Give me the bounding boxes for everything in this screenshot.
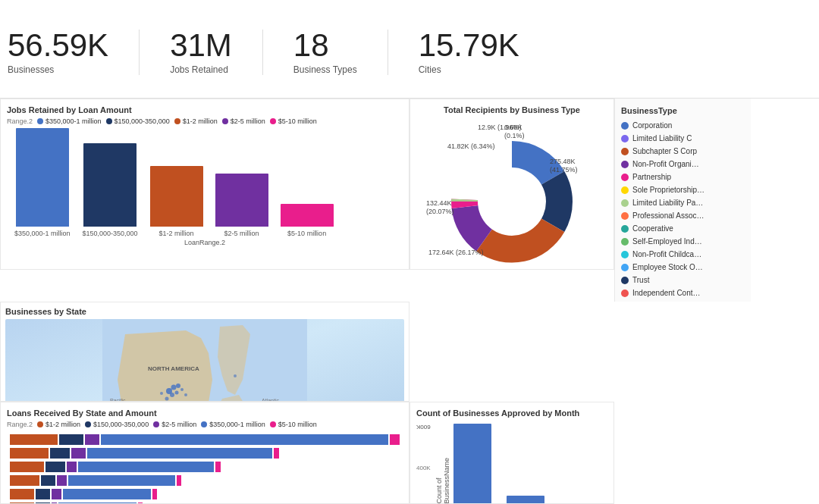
legend-circle-4 xyxy=(621,174,629,181)
legend-circle-8 xyxy=(621,225,629,233)
loans-legend-color-3 xyxy=(201,421,207,427)
donut-label-0b: (41.75%) xyxy=(550,166,578,174)
legend-entry-13[interactable]: Independent Cont… xyxy=(621,289,745,297)
legend-title: BusinessType xyxy=(621,106,745,115)
donut-label-0: 275.48K xyxy=(550,158,576,165)
y-axis-label-text: Count of BusinessName xyxy=(435,436,450,504)
loans-legend-label-3: $350,000-1 million xyxy=(209,421,265,428)
loans-state-legend: Range.2 $1-2 million $150,000-350,000 $2… xyxy=(7,421,403,428)
loans-legend-label-2: $2-5 million xyxy=(162,421,196,428)
map-dot-2[interactable] xyxy=(176,383,180,388)
kpi-cities-value: 15.79K xyxy=(419,30,519,61)
legend-text-2: Subchapter S Corp xyxy=(632,147,697,155)
legend-entry-3[interactable]: Non-Profit Organi… xyxy=(621,160,745,168)
april-bar xyxy=(453,424,491,505)
top-section: Jobs Retained by Loan Amount Range.2 $35… xyxy=(0,99,819,302)
legend-entry-1[interactable]: Limited Liability C xyxy=(621,134,745,142)
legend-entry-8[interactable]: Cooperative xyxy=(621,224,745,233)
donut-svg: 275.48K (41.75%) 172.64K (26.17%) 132.44… xyxy=(425,122,599,270)
hbar-segment-4-1 xyxy=(36,489,50,499)
month-chart-title: Count of Businesses Approved by Month xyxy=(416,409,607,418)
bar-label-1: $150,000-350,000 xyxy=(83,230,138,237)
donut-chart-title: Total Recipients by Business Type xyxy=(418,105,606,114)
bar-group-1: $150,000-350,000 xyxy=(83,143,138,237)
map-dot-4[interactable] xyxy=(175,391,179,395)
y-tick-3: 600K xyxy=(416,424,431,430)
loans-state-title: Loans Received By State and Amount xyxy=(7,409,403,418)
map-dot-6[interactable] xyxy=(180,388,184,391)
dashboard: 56.59K Businesses 31M Jobs Retained 18 B… xyxy=(0,0,819,504)
map-box: Businesses by State xyxy=(0,302,410,402)
legend-entry-0[interactable]: Corporation xyxy=(621,121,745,130)
legend-color-2 xyxy=(174,118,180,124)
hbar-segment-4-0 xyxy=(10,489,34,499)
month-bar-may: May xyxy=(507,496,544,505)
legend-label-2: $1-2 million xyxy=(183,117,218,125)
legend-entry-12[interactable]: Trust xyxy=(621,276,745,284)
hbar-segment-1-1 xyxy=(50,448,70,459)
legend-color-1 xyxy=(106,118,112,124)
kpi-divider-3 xyxy=(388,30,388,75)
map-dot-9[interactable] xyxy=(234,374,237,377)
map-dot-1[interactable] xyxy=(171,385,177,390)
hbar-row-4 xyxy=(10,489,400,499)
bar-4 xyxy=(281,204,334,227)
legend-label-0: $350,000-1 million xyxy=(46,117,102,125)
hbar-segment-3-3 xyxy=(68,475,175,486)
hbar-segment-0-3 xyxy=(101,434,389,445)
legend-entry-4[interactable]: Partnership xyxy=(621,173,745,181)
legend-label-3: $2-5 million xyxy=(231,117,265,125)
map-dot-5[interactable] xyxy=(165,397,169,401)
legend-circle-5 xyxy=(621,186,629,194)
legend-text-11: Employee Stock O… xyxy=(632,263,703,271)
bar-group-2: $1-2 million xyxy=(150,166,203,237)
legend-text-8: Cooperative xyxy=(632,224,673,233)
legend-entry-10[interactable]: Non-Profit Childca… xyxy=(621,250,745,258)
donut-label-2b: (20.07%) xyxy=(426,208,454,215)
legend-text-13: Independent Cont… xyxy=(632,289,701,297)
hbar-segment-4-4 xyxy=(152,489,157,499)
kpi-jobs-value: 31M xyxy=(170,30,232,61)
legend-item-0: $350,000-1 million xyxy=(37,117,102,125)
kpi-cities-label: Cities xyxy=(419,64,441,75)
hbar-segment-1-0 xyxy=(10,448,49,459)
legend-item-2: $1-2 million xyxy=(174,117,218,125)
legend-circle-7 xyxy=(621,212,629,220)
legend-entry-11[interactable]: Employee Stock O… xyxy=(621,263,745,271)
legend-text-1: Limited Liability C xyxy=(632,134,692,142)
donut-label-1: 172.64K (26.17%) xyxy=(428,249,484,256)
map-dot-3[interactable] xyxy=(170,393,174,397)
donut-chart-box: Total Recipients by Business Type xyxy=(410,99,614,270)
loans-legend-color-4 xyxy=(270,421,276,427)
legend-entries: CorporationLimited Liability CSubchapter… xyxy=(621,121,745,297)
hbar-segment-1-3 xyxy=(87,448,272,459)
legend-entry-2[interactable]: Subchapter S Corp xyxy=(621,147,745,155)
bar-group-0: $350,000-1 million xyxy=(14,128,71,237)
kpi-types-label: Business Types xyxy=(293,64,357,75)
hbar-segment-4-2 xyxy=(52,489,61,499)
month-chart-inner: 600K 400K 200K 0K Count of BusinessName … xyxy=(416,421,607,505)
legend-entry-9[interactable]: Self-Employed Ind… xyxy=(621,237,745,246)
map-dot-8[interactable] xyxy=(160,392,163,395)
kpi-businesses-label: Businesses xyxy=(8,64,54,75)
legend-circle-0 xyxy=(621,122,629,130)
legend-entry-5[interactable]: Sole Proprietorship… xyxy=(621,186,745,194)
hbar-segment-2-3 xyxy=(78,462,215,472)
bar-2 xyxy=(150,166,203,227)
map-dot-7[interactable] xyxy=(184,393,187,396)
legend-entry-7[interactable]: Professional Assoc… xyxy=(621,211,745,220)
y-tick-2: 400K xyxy=(416,465,431,471)
loans-legend-color-0 xyxy=(37,421,43,427)
loans-legend-4: $5-10 million xyxy=(270,421,317,428)
legend-circle-12 xyxy=(621,277,629,284)
legend-item-4: $5-10 million xyxy=(270,117,317,125)
map-placeholder: NORTH AMERICA Pacific Ocean Atlantic Oce… xyxy=(5,319,404,402)
legend-entry-6[interactable]: Limited Liability Pa… xyxy=(621,199,745,207)
hbar-segment-4-3 xyxy=(63,489,151,499)
kpi-types-value: 18 xyxy=(293,30,329,61)
legend-text-9: Self-Employed Ind… xyxy=(632,237,702,246)
hbar-segment-0-2 xyxy=(85,434,99,445)
legend-circle-9 xyxy=(621,238,629,246)
hbar-segment-0-4 xyxy=(390,434,400,445)
hbar-segment-3-4 xyxy=(177,475,181,486)
